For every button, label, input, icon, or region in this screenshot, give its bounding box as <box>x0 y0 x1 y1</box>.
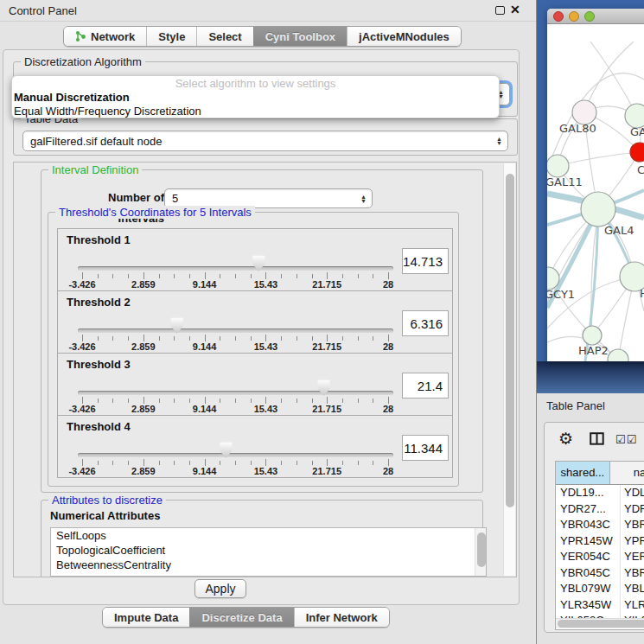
select-columns-icon[interactable]: ☑☑ <box>615 433 637 446</box>
slider-track[interactable] <box>78 328 393 333</box>
table-panel-toolbar: ⚙ ☑☑ <box>545 423 644 461</box>
split-columns-icon[interactable] <box>590 432 604 449</box>
node-label: GAL11 <box>547 175 583 188</box>
cell-name: YPR1 <box>620 533 644 550</box>
tick <box>388 335 389 341</box>
tick <box>251 399 252 403</box>
list-scrollbar-thumb[interactable] <box>477 532 486 567</box>
tick <box>205 459 206 466</box>
table-hscrollbar-thumb[interactable] <box>558 620 644 628</box>
network-node[interactable] <box>608 349 628 361</box>
table-row[interactable]: YDR27...YDR2 <box>556 501 644 518</box>
threshold-label: Threshold 1 <box>67 233 131 246</box>
network-canvas[interactable]: GAL80GACGAL11GAL4GCY1HHAP2 <box>547 24 644 361</box>
cell-shared-name: YBL079W <box>556 581 620 597</box>
tick-label: -3.426 <box>68 404 95 414</box>
tick <box>220 399 220 403</box>
threshold-panel-2: Threshold 2-3.4262.8599.14415.4321.71528 <box>57 290 453 354</box>
table-data-combobox[interactable]: galFiltered.sif default node ▲▼ <box>22 131 508 151</box>
tick <box>98 274 99 278</box>
tab-label: Infer Network <box>306 611 378 624</box>
attribute-item-topologicalcoefficient[interactable]: TopologicalCoefficient <box>51 543 486 558</box>
tab-network[interactable]: Network <box>64 27 146 46</box>
tick <box>327 272 328 279</box>
attribute-item-selfloops[interactable]: SelfLoops <box>51 528 486 543</box>
attribute-item-betweennesscentrality[interactable]: BetweennessCentrality <box>51 558 486 572</box>
network-node-c[interactable] <box>630 143 644 162</box>
control-panel-titlebar: Control Panel ✕ <box>0 0 536 22</box>
tick-label: 15.43 <box>254 279 278 290</box>
top-tab-bar: NetworkStyleSelectCyni ToolboxjActiveMNo… <box>63 26 462 47</box>
table-panel-title: Table Panel <box>546 399 605 412</box>
cell-shared-name: YPR145W <box>556 533 620 550</box>
network-window-titlebar[interactable] <box>547 9 644 24</box>
network-node-hap2[interactable] <box>583 326 602 345</box>
network-node-gal80[interactable] <box>572 100 596 124</box>
list-scrollbar[interactable] <box>475 528 486 576</box>
tick <box>189 274 190 278</box>
zoom-traffic-icon[interactable] <box>584 11 595 22</box>
tick-label: 15.43 <box>254 404 278 414</box>
network-node-gal4[interactable] <box>581 192 615 226</box>
column-header-shared-name[interactable]: shared... <box>556 462 610 484</box>
tick <box>281 274 282 278</box>
tab-discretize-data[interactable]: Discretize Data <box>189 608 293 627</box>
slider-track[interactable] <box>78 391 393 395</box>
tick <box>265 272 266 279</box>
settings-scrollbar-thumb[interactable] <box>506 174 514 507</box>
tab-style[interactable]: Style <box>146 27 196 46</box>
table-horizontal-scrollbar[interactable] <box>556 618 644 628</box>
node-label: HAP2 <box>578 344 609 357</box>
tick <box>312 274 313 278</box>
minimize-traffic-icon[interactable] <box>569 11 579 22</box>
tab-cyni-toolbox[interactable]: Cyni Toolbox <box>253 27 347 46</box>
tick <box>159 336 160 341</box>
popup-item-manual-discretization[interactable]: Manual Discretization <box>12 91 499 105</box>
close-traffic-icon[interactable] <box>553 11 564 22</box>
node-table: shared... name YDL19...YDL1YDR27...YDR2Y… <box>555 461 644 630</box>
tick <box>281 336 282 341</box>
threshold-label: Threshold 4 <box>67 420 131 433</box>
table-row[interactable]: YLR345WYLR3 <box>556 597 644 614</box>
network-node-gal11[interactable] <box>547 155 569 177</box>
tab-select[interactable]: Select <box>196 27 252 46</box>
column-header-name[interactable]: name <box>610 462 644 484</box>
tick <box>281 399 282 403</box>
table-row[interactable]: YBR045CYBR0 <box>556 565 644 582</box>
tab-impute-data[interactable]: Impute Data <box>103 608 189 627</box>
tick-label: 9.144 <box>193 279 217 290</box>
slider-track[interactable] <box>78 453 393 457</box>
threshold-value-field[interactable] <box>402 310 449 336</box>
tick <box>189 336 190 341</box>
table-row[interactable]: YER054CYER0 <box>556 549 644 565</box>
tick <box>143 272 144 279</box>
tick-label: 28 <box>383 466 393 476</box>
table-row[interactable]: YPR145WYPR1 <box>556 533 644 550</box>
tick <box>373 274 373 278</box>
cell-name: YLR3 <box>620 597 644 614</box>
table-header-row: shared... name <box>556 462 644 485</box>
popup-item-list: Manual DiscretizationEqual Width/Frequen… <box>12 91 499 118</box>
threshold-value-field[interactable] <box>402 248 449 274</box>
tick <box>296 399 297 403</box>
float-icon[interactable] <box>495 6 505 15</box>
threshold-value-field[interactable] <box>402 373 449 399</box>
popup-item-equal-width-frequency-discretization[interactable]: Equal Width/Frequency Discretization <box>12 105 499 118</box>
slider-track[interactable] <box>78 266 393 271</box>
threshold-panel-4: Threshold 4-3.4262.8599.14415.4321.71528 <box>57 415 453 478</box>
table-row[interactable]: YDL19...YDL1 <box>556 485 644 501</box>
table-row[interactable]: YBR043CYBR0 <box>556 517 644 533</box>
settings-scrollbar[interactable] <box>503 163 515 576</box>
network-node-ga[interactable] <box>625 104 644 128</box>
tab-jactivemnodules[interactable]: jActiveMNodules <box>347 27 461 46</box>
cell-shared-name: YER054C <box>556 549 620 565</box>
tab-infer-network[interactable]: Infer Network <box>294 608 389 627</box>
table-row[interactable]: YBL079WYBL0 <box>556 581 644 597</box>
gear-icon[interactable]: ⚙ <box>558 430 573 449</box>
threshold-value-field[interactable] <box>402 435 449 461</box>
close-icon[interactable]: ✕ <box>510 3 520 16</box>
node-label: GCY1 <box>547 288 575 301</box>
cell-name: YBL0 <box>620 581 644 597</box>
tick <box>327 335 328 341</box>
apply-button[interactable]: Apply <box>194 579 246 598</box>
